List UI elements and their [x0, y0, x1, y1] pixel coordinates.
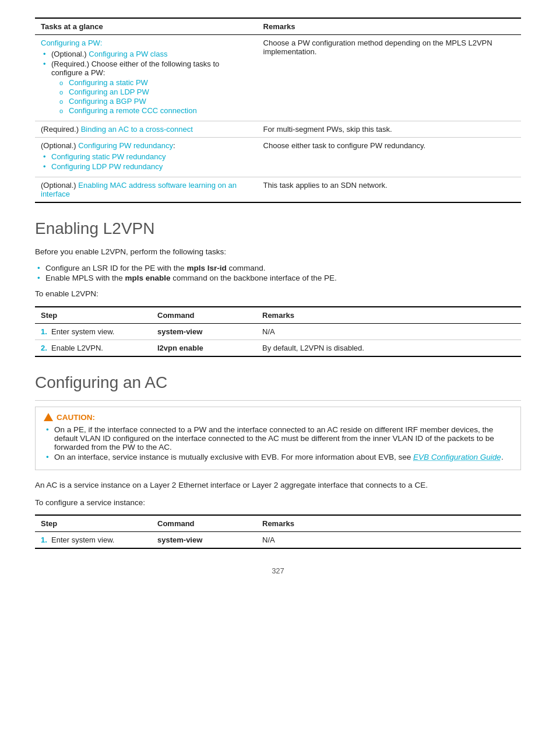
enabling-l2vpn-heading: Enabling L2VPN — [35, 219, 521, 238]
remarks-cell: For multi-segment PWs, skip this task. — [258, 121, 521, 138]
tasks-table: Tasks at a glance Remarks Configuring a … — [35, 18, 521, 203]
remarks-cell: This task applies to an SDN network. — [258, 177, 521, 203]
caution-triangle-icon — [44, 413, 53, 421]
enabling-l2vpn-intro: Before you enable L2VPN, perform the fol… — [35, 246, 521, 258]
configuring-ac-heading: Configuring an AC — [35, 373, 521, 392]
list-item: Configuring a BGP PW — [51, 97, 252, 106]
command-cell: l2vpn enable — [152, 340, 256, 356]
caution-title: CAUTION: — [44, 413, 512, 422]
cmd-l2vpn-enable: l2vpn enable — [157, 344, 203, 352]
table-row: 2. Enable L2VPN. l2vpn enable By default… — [35, 340, 521, 356]
section-divider — [35, 400, 521, 401]
caution-label: CAUTION: — [57, 413, 95, 422]
cmd-system-view: system-view — [157, 327, 202, 336]
to-enable-l2vpn-label: To enable L2VPN: — [35, 288, 521, 300]
cmd-system-view-ac: system-view — [157, 536, 202, 544]
optional-label: (Optional.) — [41, 141, 78, 150]
table-row: (Required.) Binding an AC to a cross-con… — [35, 121, 521, 138]
step-number: 2. — [41, 344, 47, 352]
step-number: 1. — [41, 327, 47, 336]
list-item: (Required.) Choose either of the followi… — [41, 60, 252, 115]
link-evb-guide[interactable]: EVB Configuration Guide — [413, 453, 501, 461]
tasks-col-header: Tasks at a glance — [35, 18, 258, 35]
link-static-redundancy[interactable]: Configuring static PW redundancy — [51, 152, 166, 161]
task-cell: Configuring a PW: (Optional.) Configurin… — [35, 35, 258, 121]
list-item: Configuring LDP PW redundancy — [41, 162, 252, 171]
remarks-cell: By default, L2VPN is disabled. — [256, 340, 521, 356]
list-item: Configuring a static PW — [51, 78, 252, 87]
ac-steps-table: Step Command Remarks 1. Enter system vie… — [35, 514, 521, 549]
task-cell: (Optional.) Configuring PW redundancy: C… — [35, 138, 258, 177]
list-item: Enable MPLS with the mpls enable command… — [35, 274, 521, 282]
remarks-cell: Choose a PW configuration method dependi… — [258, 35, 521, 121]
link-pw-redundancy[interactable]: Configuring PW redundancy — [78, 141, 173, 150]
list-item: Configuring static PW redundancy — [41, 152, 252, 161]
step-cell: 1. Enter system view. — [35, 323, 152, 340]
list-item: Configuring an LDP PW — [51, 88, 252, 96]
task-link-configuring-pw[interactable]: Configuring a PW: — [41, 38, 252, 47]
cmd-mpls-lsr-id: mpls lsr-id — [186, 264, 226, 272]
required-label: (Required.) — [41, 125, 81, 134]
table-row: 1. Enter system view. system-view N/A — [35, 532, 521, 549]
page-number: 327 — [35, 566, 521, 575]
task-cell: (Required.) Binding an AC to a cross-con… — [35, 121, 258, 138]
remarks-cell: N/A — [256, 323, 521, 340]
colon: : — [173, 141, 175, 150]
command-cell: system-view — [152, 532, 256, 549]
remarks-col-header: Remarks — [258, 18, 521, 35]
table-row: Configuring a PW: (Optional.) Configurin… — [35, 35, 521, 121]
table-row: (Optional.) Configuring PW redundancy: C… — [35, 138, 521, 177]
cmd-mpls-enable: mpls enable — [125, 274, 171, 282]
list-item: Configure an LSR ID for the PE with the … — [35, 264, 521, 272]
link-static-pw[interactable]: Configuring a static PW — [69, 78, 148, 87]
link-bgp-pw[interactable]: Configuring a BGP PW — [69, 97, 146, 106]
step-col-header: Step — [35, 307, 152, 324]
optional-label: (Optional.) — [41, 181, 78, 190]
command-cell: system-view — [152, 323, 256, 340]
optional-label: (Optional.) — [51, 50, 89, 58]
l2vpn-steps-table: Step Command Remarks 1. Enter system vie… — [35, 306, 521, 357]
table-row: (Optional.) Enabling MAC address softwar… — [35, 177, 521, 203]
link-ldp-pw[interactable]: Configuring an LDP PW — [69, 88, 149, 96]
link-pw-class[interactable]: Configuring a PW class — [89, 50, 167, 58]
list-item: (Optional.) Configuring a PW class — [41, 50, 252, 58]
list-item: On an interface, service instance is mut… — [44, 453, 512, 461]
step-cell: 1. Enter system view. — [35, 532, 152, 549]
step-cell: 2. Enable L2VPN. — [35, 340, 152, 356]
link-binding-ac[interactable]: Binding an AC to a cross-connect — [81, 125, 193, 134]
command-col-header: Command — [152, 515, 256, 532]
remarks-col-header: Remarks — [256, 307, 521, 324]
ac-description: An AC is a service instance on a Layer 2… — [35, 480, 521, 491]
remarks-cell: N/A — [256, 532, 521, 549]
to-configure-label: To configure a service instance: — [35, 497, 521, 509]
list-item: Configuring a remote CCC connection — [51, 106, 252, 115]
list-item: On a PE, if the interface connected to a… — [44, 425, 512, 452]
step-number: 1. — [41, 536, 47, 544]
task-cell: (Optional.) Enabling MAC address softwar… — [35, 177, 258, 203]
remarks-cell: Choose either task to configure PW redun… — [258, 138, 521, 177]
remarks-col-header: Remarks — [256, 515, 521, 532]
link-remote-ccc[interactable]: Configuring a remote CCC connection — [69, 106, 197, 115]
required-label: (Required.) Choose either of the followi… — [51, 60, 219, 77]
caution-box: CAUTION: On a PE, if the interface conne… — [35, 407, 521, 470]
command-col-header: Command — [152, 307, 256, 324]
step-col-header: Step — [35, 515, 152, 532]
link-ldp-redundancy[interactable]: Configuring LDP PW redundancy — [51, 162, 163, 171]
table-row: 1. Enter system view. system-view N/A — [35, 323, 521, 340]
